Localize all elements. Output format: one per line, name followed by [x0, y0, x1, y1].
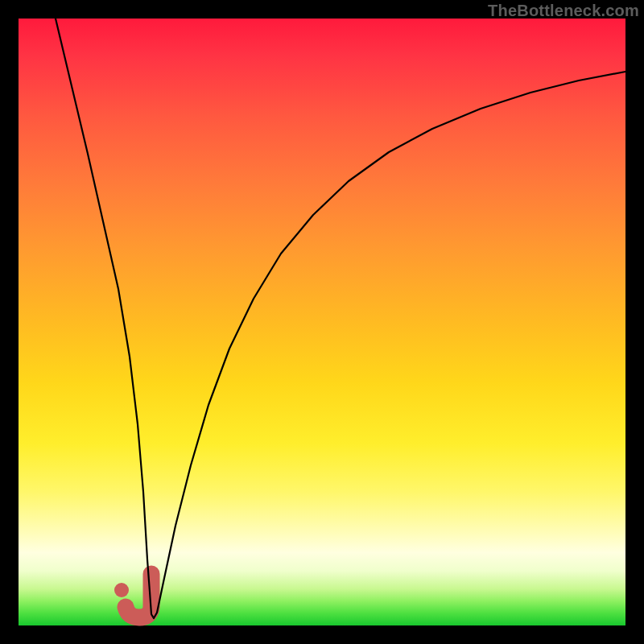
bottleneck-curve [56, 19, 625, 618]
j-marker-icon [114, 574, 151, 617]
plot-area [19, 19, 625, 625]
svg-point-0 [114, 583, 129, 597]
curve-layer [19, 19, 625, 625]
watermark-text: TheBottleneck.com [488, 2, 639, 20]
chart-frame: TheBottleneck.com [0, 0, 644, 644]
